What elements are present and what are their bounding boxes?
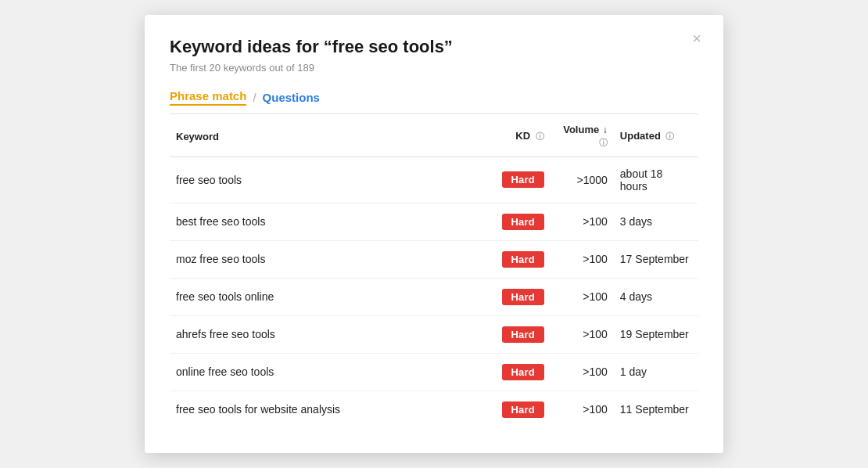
cell-kd: Hard	[487, 157, 551, 203]
cell-volume: >100	[551, 203, 614, 240]
table-row: online free seo toolsHard>1001 day	[170, 353, 698, 391]
cell-keyword: free seo tools for website analysis	[170, 391, 487, 428]
cell-updated: about 18 hours	[614, 157, 698, 203]
table-row: free seo toolsHard>1000about 18 hours	[170, 157, 698, 203]
cell-kd: Hard	[487, 353, 551, 391]
cell-updated: 11 September	[614, 391, 698, 428]
keyword-ideas-modal: × Keyword ideas for “free seo tools” The…	[145, 15, 723, 452]
cell-updated: 17 September	[614, 240, 698, 278]
col-header-updated: Updated ⓘ	[614, 114, 698, 157]
kd-badge: Hard	[502, 214, 544, 230]
modal-subtitle: The first 20 keywords out of 189	[170, 62, 698, 74]
tab-questions[interactable]: Questions	[263, 91, 320, 104]
table-header-row: Keyword KD ⓘ Volume ↓ ⓘ Updated ⓘ	[170, 114, 698, 157]
cell-keyword: free seo tools online	[170, 278, 487, 315]
cell-volume: >100	[551, 353, 614, 391]
col-header-kd: KD ⓘ	[487, 114, 551, 157]
tab-phrase-match[interactable]: Phrase match	[170, 89, 246, 106]
table-row: free seo tools for website analysisHard>…	[170, 391, 698, 428]
close-button[interactable]: ×	[687, 29, 706, 48]
table-row: free seo tools onlineHard>1004 days	[170, 278, 698, 315]
col-header-keyword: Keyword	[170, 114, 487, 157]
cell-kd: Hard	[487, 391, 551, 428]
cell-keyword: free seo tools	[170, 157, 487, 203]
table-row: moz free seo toolsHard>10017 September	[170, 240, 698, 278]
updated-info-icon[interactable]: ⓘ	[665, 131, 674, 142]
tab-separator: /	[253, 91, 256, 104]
kd-info-icon[interactable]: ⓘ	[536, 131, 544, 142]
cell-keyword: online free seo tools	[170, 353, 487, 391]
cell-volume: >1000	[551, 157, 614, 203]
table-body: free seo toolsHard>1000about 18 hoursbes…	[170, 157, 698, 428]
cell-volume: >100	[551, 391, 614, 428]
cell-updated: 3 days	[614, 203, 698, 240]
cell-keyword: best free seo tools	[170, 203, 487, 240]
kd-badge: Hard	[502, 289, 544, 305]
cell-volume: >100	[551, 315, 614, 353]
cell-kd: Hard	[487, 203, 551, 240]
cell-kd: Hard	[487, 278, 551, 315]
cell-updated: 4 days	[614, 278, 698, 315]
cell-volume: >100	[551, 278, 614, 315]
kd-badge: Hard	[502, 364, 544, 380]
volume-sort-icon[interactable]: ↓	[603, 124, 608, 135]
kd-badge: Hard	[502, 251, 544, 268]
col-header-volume: Volume ↓ ⓘ	[551, 114, 614, 157]
kd-badge: Hard	[502, 326, 544, 343]
kd-badge: Hard	[502, 401, 544, 418]
modal-title: Keyword ideas for “free seo tools”	[170, 37, 698, 57]
table-row: best free seo toolsHard>1003 days	[170, 203, 698, 240]
cell-keyword: ahrefs free seo tools	[170, 315, 487, 353]
tabs-container: Phrase match / Questions	[170, 89, 698, 114]
kd-badge: Hard	[502, 171, 544, 188]
cell-volume: >100	[551, 240, 614, 278]
cell-updated: 1 day	[614, 353, 698, 391]
cell-updated: 19 September	[614, 315, 698, 353]
volume-info-icon[interactable]: ⓘ	[599, 137, 608, 149]
cell-keyword: moz free seo tools	[170, 240, 487, 278]
table-row: ahrefs free seo toolsHard>10019 Septembe…	[170, 315, 698, 353]
keywords-table: Keyword KD ⓘ Volume ↓ ⓘ Updated ⓘ free s…	[170, 114, 698, 427]
cell-kd: Hard	[487, 315, 551, 353]
cell-kd: Hard	[487, 240, 551, 278]
